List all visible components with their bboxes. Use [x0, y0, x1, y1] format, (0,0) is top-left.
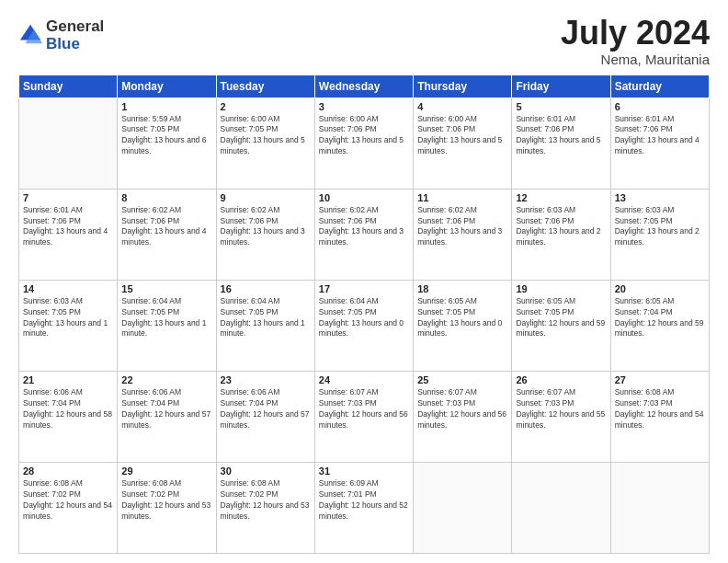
- calendar-cell: 17Sunrise: 6:04 AMSunset: 7:05 PMDayligh…: [314, 280, 413, 371]
- calendar-header: SundayMondayTuesdayWednesdayThursdayFrid…: [19, 75, 710, 98]
- day-number: 28: [23, 465, 113, 477]
- calendar-body: 1Sunrise: 5:59 AMSunset: 7:05 PMDaylight…: [19, 98, 710, 553]
- calendar-cell: 28Sunrise: 6:08 AMSunset: 7:02 PMDayligh…: [19, 462, 118, 553]
- cell-info: Sunrise: 6:07 AMSunset: 7:03 PMDaylight:…: [319, 387, 409, 431]
- day-number: 25: [417, 374, 507, 385]
- day-number: 8: [121, 192, 211, 203]
- header-row: SundayMondayTuesdayWednesdayThursdayFrid…: [19, 75, 710, 98]
- cell-info: Sunrise: 6:02 AMSunset: 7:06 PMDaylight:…: [417, 205, 507, 249]
- calendar-cell: 27Sunrise: 6:08 AMSunset: 7:03 PMDayligh…: [610, 371, 709, 462]
- day-number: 7: [23, 192, 113, 203]
- cell-info: Sunrise: 6:03 AMSunset: 7:05 PMDaylight:…: [615, 205, 705, 249]
- calendar-cell: 19Sunrise: 6:05 AMSunset: 7:05 PMDayligh…: [512, 280, 610, 371]
- day-number: 22: [121, 374, 211, 385]
- calendar-cell: 11Sunrise: 6:02 AMSunset: 7:06 PMDayligh…: [414, 189, 512, 280]
- cell-info: Sunrise: 6:09 AMSunset: 7:01 PMDaylight:…: [319, 478, 409, 523]
- day-number: 13: [615, 192, 705, 203]
- cell-info: Sunrise: 6:00 AMSunset: 7:06 PMDaylight:…: [319, 114, 409, 158]
- day-number: 1: [121, 101, 211, 112]
- logo-icon: [18, 21, 44, 47]
- cell-info: Sunrise: 6:08 AMSunset: 7:02 PMDaylight:…: [221, 478, 311, 523]
- week-row-0: 1Sunrise: 5:59 AMSunset: 7:05 PMDaylight…: [19, 98, 710, 189]
- header-day-sunday: Sunday: [19, 75, 118, 98]
- week-row-1: 7Sunrise: 6:01 AMSunset: 7:06 PMDaylight…: [19, 189, 710, 280]
- cell-info: Sunrise: 6:02 AMSunset: 7:06 PMDaylight:…: [319, 205, 409, 249]
- day-number: 20: [615, 283, 705, 294]
- day-number: 3: [319, 101, 409, 112]
- day-number: 5: [516, 101, 606, 112]
- logo-text: General Blue: [46, 18, 104, 52]
- day-number: 23: [221, 374, 311, 385]
- week-row-4: 28Sunrise: 6:08 AMSunset: 7:02 PMDayligh…: [19, 462, 710, 553]
- calendar-cell: 3Sunrise: 6:00 AMSunset: 7:06 PMDaylight…: [314, 98, 413, 189]
- logo-general-label: General: [46, 18, 104, 36]
- day-number: 29: [121, 465, 211, 477]
- logo-blue-label: Blue: [46, 36, 104, 53]
- cell-info: Sunrise: 6:06 AMSunset: 7:04 PMDaylight:…: [23, 387, 113, 431]
- day-number: 10: [319, 192, 409, 203]
- cell-info: Sunrise: 6:07 AMSunset: 7:03 PMDaylight:…: [417, 387, 507, 431]
- cell-info: Sunrise: 6:03 AMSunset: 7:06 PMDaylight:…: [516, 205, 606, 249]
- day-number: 18: [417, 283, 507, 294]
- day-number: 14: [23, 283, 113, 294]
- cell-info: Sunrise: 6:05 AMSunset: 7:04 PMDaylight:…: [615, 296, 705, 340]
- cell-info: Sunrise: 6:00 AMSunset: 7:05 PMDaylight:…: [221, 114, 311, 158]
- cell-info: Sunrise: 6:01 AMSunset: 7:06 PMDaylight:…: [23, 205, 113, 249]
- location-subtitle: Nema, Mauritania: [561, 52, 710, 67]
- title-block: July 2024 Nema, Mauritania: [561, 15, 710, 67]
- calendar-cell: 7Sunrise: 6:01 AMSunset: 7:06 PMDaylight…: [19, 189, 118, 280]
- day-number: 12: [516, 192, 606, 203]
- cell-info: Sunrise: 6:02 AMSunset: 7:06 PMDaylight:…: [221, 205, 311, 249]
- day-number: 16: [221, 283, 311, 294]
- page: General Blue July 2024 Nema, Mauritania …: [0, 0, 728, 563]
- header-day-friday: Friday: [512, 75, 610, 98]
- header-day-tuesday: Tuesday: [216, 75, 314, 98]
- calendar-cell: 21Sunrise: 6:06 AMSunset: 7:04 PMDayligh…: [19, 371, 118, 462]
- day-number: 11: [417, 192, 507, 203]
- cell-info: Sunrise: 6:06 AMSunset: 7:04 PMDaylight:…: [221, 387, 311, 431]
- calendar-cell: 24Sunrise: 6:07 AMSunset: 7:03 PMDayligh…: [314, 371, 413, 462]
- calendar-cell: [414, 462, 512, 553]
- day-number: 6: [615, 101, 705, 112]
- calendar-cell: 26Sunrise: 6:07 AMSunset: 7:03 PMDayligh…: [512, 371, 610, 462]
- day-number: 30: [221, 465, 311, 477]
- calendar-cell: 2Sunrise: 6:00 AMSunset: 7:05 PMDaylight…: [216, 98, 314, 189]
- header-day-thursday: Thursday: [414, 75, 512, 98]
- header-day-monday: Monday: [118, 75, 216, 98]
- calendar-cell: 31Sunrise: 6:09 AMSunset: 7:01 PMDayligh…: [314, 462, 413, 553]
- header-day-saturday: Saturday: [610, 75, 709, 98]
- cell-info: Sunrise: 6:04 AMSunset: 7:05 PMDaylight:…: [221, 296, 311, 340]
- logo: General Blue: [18, 18, 104, 52]
- calendar-cell: 23Sunrise: 6:06 AMSunset: 7:04 PMDayligh…: [216, 371, 314, 462]
- cell-info: Sunrise: 6:05 AMSunset: 7:05 PMDaylight:…: [417, 296, 507, 340]
- calendar-cell: 14Sunrise: 6:03 AMSunset: 7:05 PMDayligh…: [19, 280, 118, 371]
- day-number: 2: [221, 101, 311, 112]
- day-number: 24: [319, 374, 409, 385]
- day-number: 19: [516, 283, 606, 294]
- calendar-cell: 30Sunrise: 6:08 AMSunset: 7:02 PMDayligh…: [216, 462, 314, 553]
- calendar-table: SundayMondayTuesdayWednesdayThursdayFrid…: [18, 75, 710, 554]
- calendar-cell: 18Sunrise: 6:05 AMSunset: 7:05 PMDayligh…: [414, 280, 512, 371]
- day-number: 4: [417, 101, 507, 112]
- cell-info: Sunrise: 6:06 AMSunset: 7:04 PMDaylight:…: [121, 387, 211, 431]
- calendar-cell: [19, 98, 118, 189]
- calendar-cell: [610, 462, 709, 553]
- calendar-cell: [512, 462, 610, 553]
- cell-info: Sunrise: 5:59 AMSunset: 7:05 PMDaylight:…: [121, 114, 211, 158]
- calendar-cell: 15Sunrise: 6:04 AMSunset: 7:05 PMDayligh…: [118, 280, 216, 371]
- calendar-cell: 8Sunrise: 6:02 AMSunset: 7:06 PMDaylight…: [118, 189, 216, 280]
- cell-info: Sunrise: 6:08 AMSunset: 7:02 PMDaylight:…: [23, 478, 113, 523]
- calendar-cell: 12Sunrise: 6:03 AMSunset: 7:06 PMDayligh…: [512, 189, 610, 280]
- calendar-cell: 13Sunrise: 6:03 AMSunset: 7:05 PMDayligh…: [610, 189, 709, 280]
- calendar-cell: 6Sunrise: 6:01 AMSunset: 7:06 PMDaylight…: [610, 98, 709, 189]
- header: General Blue July 2024 Nema, Mauritania: [18, 15, 710, 67]
- cell-info: Sunrise: 6:07 AMSunset: 7:03 PMDaylight:…: [516, 387, 606, 431]
- cell-info: Sunrise: 6:01 AMSunset: 7:06 PMDaylight:…: [516, 114, 606, 158]
- day-number: 31: [319, 465, 409, 477]
- calendar-cell: 29Sunrise: 6:08 AMSunset: 7:02 PMDayligh…: [118, 462, 216, 553]
- week-row-3: 21Sunrise: 6:06 AMSunset: 7:04 PMDayligh…: [19, 371, 710, 462]
- week-row-2: 14Sunrise: 6:03 AMSunset: 7:05 PMDayligh…: [19, 280, 710, 371]
- cell-info: Sunrise: 6:04 AMSunset: 7:05 PMDaylight:…: [319, 296, 409, 340]
- calendar-cell: 4Sunrise: 6:00 AMSunset: 7:06 PMDaylight…: [414, 98, 512, 189]
- day-number: 9: [221, 192, 311, 203]
